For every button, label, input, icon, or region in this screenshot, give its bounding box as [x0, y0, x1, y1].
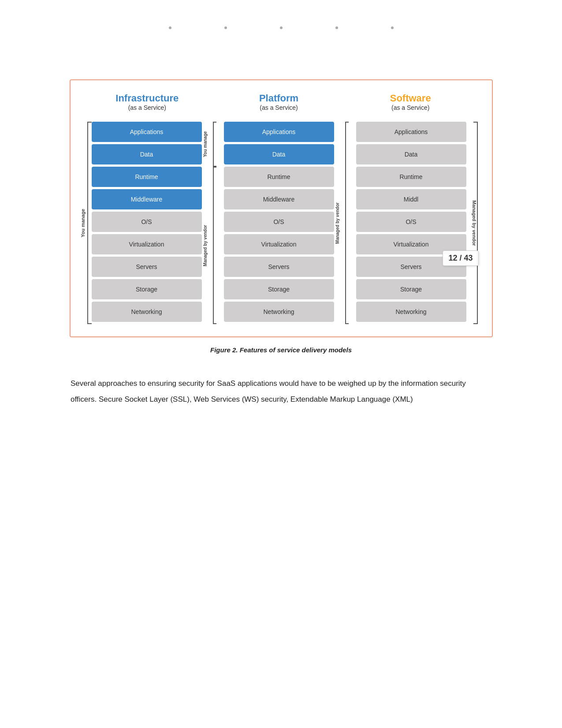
- platform-row-8: Networking: [224, 302, 334, 322]
- managed-vendor-right-label: Managed by vendor: [472, 200, 477, 246]
- platform-row-4: O/S: [224, 212, 334, 232]
- platform-row-1: Data: [224, 144, 334, 164]
- platform-brackets: You manage Managed by vendor: [202, 122, 224, 324]
- infra-row-6: Servers: [92, 257, 202, 277]
- diagram-wrapper: Infrastructure (as a Service) Platform (…: [70, 79, 493, 337]
- software-row-7: Storage: [356, 279, 466, 299]
- software-row-3: Middl: [356, 189, 466, 209]
- platform-row-6: Servers: [224, 257, 334, 277]
- infra-title: Infrastructure: [93, 93, 202, 104]
- page-content: Infrastructure (as a Service) Platform (…: [0, 0, 562, 442]
- software-subtitle: (as a Service): [356, 104, 465, 111]
- software-brackets: Managed by vendor: [334, 122, 356, 324]
- infra-row-4: O/S: [92, 212, 202, 232]
- platform-row-7: Storage: [224, 279, 334, 299]
- infra-row-5: Virtualization: [92, 234, 202, 254]
- infra-row-8: Networking: [92, 302, 202, 322]
- software-row-1: Data: [356, 144, 466, 164]
- software-row-4: O/S: [356, 212, 466, 232]
- you-manage-infra-bracket: You manage: [79, 122, 92, 324]
- column-headers: Infrastructure (as a Service) Platform (…: [79, 93, 479, 117]
- infra-subtitle: (as a Service): [93, 104, 202, 111]
- page-badge: 12 / 43: [443, 250, 478, 266]
- infra-row-3: Middleware: [92, 189, 202, 209]
- figure-caption: Figure 2. Features of service delivery m…: [70, 346, 493, 354]
- you-manage-infra-label: You manage: [80, 209, 86, 237]
- body-text: Several approaches to ensuring security …: [71, 376, 491, 407]
- platform-title: Platform: [224, 93, 334, 104]
- software-row-8: Networking: [356, 302, 466, 322]
- platform-header: Platform (as a Service): [224, 93, 334, 117]
- infra-col: Applications Data Runtime Middleware O/S…: [92, 122, 202, 324]
- infra-row-0: Applications: [92, 122, 202, 142]
- platform-row-0: Applications: [224, 122, 334, 142]
- software-row-0: Applications: [356, 122, 466, 142]
- software-col: Applications Data Runtime Middl O/S Virt…: [356, 122, 466, 324]
- infra-row-2: Runtime: [92, 167, 202, 187]
- software-title: Software: [356, 93, 465, 104]
- platform-col: Applications Data Runtime Middleware O/S…: [224, 122, 334, 324]
- infra-header: Infrastructure (as a Service): [93, 93, 202, 117]
- platform-subtitle: (as a Service): [224, 104, 334, 111]
- infra-row-1: Data: [92, 144, 202, 164]
- platform-row-2: Runtime: [224, 167, 334, 187]
- software-row-2: Runtime: [356, 167, 466, 187]
- infra-row-7: Storage: [92, 279, 202, 299]
- platform-row-5: Virtualization: [224, 234, 334, 254]
- top-dots: [0, 26, 562, 29]
- grid-area: You manage Applications Data Runtime Mid…: [79, 122, 479, 324]
- platform-row-3: Middleware: [224, 189, 334, 209]
- software-header: Software (as a Service): [356, 93, 465, 117]
- managed-vendor-right-bracket: Managed by vendor: [466, 122, 479, 324]
